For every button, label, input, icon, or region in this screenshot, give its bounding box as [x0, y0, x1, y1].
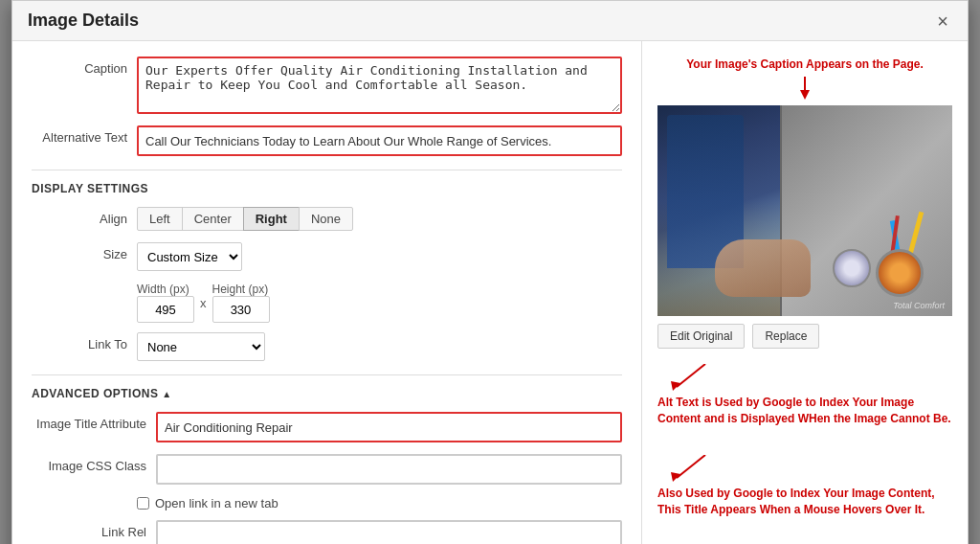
image-title-input[interactable]	[156, 412, 622, 442]
alt-arrow	[657, 364, 715, 393]
align-right-button[interactable]: Right	[243, 207, 300, 231]
svg-line-2	[677, 364, 705, 387]
alt-text-input[interactable]	[137, 125, 622, 156]
link-to-label: Link To	[32, 332, 137, 351]
new-tab-row: Open link in a new tab	[137, 496, 622, 510]
align-none-button[interactable]: None	[299, 207, 353, 231]
link-to-select[interactable]: None Media File Attachment Page Custom U…	[137, 332, 265, 361]
image-title-row: Image Title Attribute	[32, 412, 622, 442]
modal-header: Image Details ×	[12, 1, 968, 41]
advanced-title[interactable]: ADVANCED OPTIONS ▲	[32, 387, 622, 400]
alt-text-label: Alternative Text	[32, 125, 137, 145]
gauge-orange	[876, 249, 924, 297]
align-row: Align Left Center Right None	[32, 207, 622, 231]
advanced-caret: ▲	[162, 389, 171, 399]
link-rel-input[interactable]	[156, 520, 622, 544]
image-preview: Total Comfort	[657, 105, 952, 316]
watermark: Total Comfort	[893, 301, 945, 310]
align-center-button[interactable]: Center	[182, 207, 244, 231]
svg-marker-1	[800, 90, 810, 100]
close-button[interactable]: ×	[933, 11, 952, 31]
caption-row: Caption	[32, 57, 622, 114]
caption-label: Caption	[32, 57, 137, 76]
width-group: Width (px)	[137, 283, 194, 323]
align-button-group: Left Center Right None	[137, 207, 353, 231]
dimensions-row: Width (px) x Height (px)	[137, 283, 622, 323]
advanced-section: ADVANCED OPTIONS ▲ Image Title Attribute…	[32, 387, 622, 544]
display-settings-title: DISPLAY SETTINGS	[32, 182, 622, 195]
image-title-label: Image Title Attribute	[32, 412, 156, 431]
image-details-modal: Image Details × Caption Alternative Text…	[11, 0, 969, 544]
image-actions: Edit Original Replace	[657, 324, 952, 349]
new-tab-label[interactable]: Open link in a new tab	[155, 496, 278, 510]
caption-arrow	[786, 77, 824, 100]
alt-annotation: Alt Text is Used by Google to Index Your…	[657, 395, 952, 427]
svg-line-4	[677, 455, 705, 478]
link-rel-label: Link Rel	[32, 520, 156, 539]
height-label: Height (px)	[212, 283, 270, 296]
css-class-row: Image CSS Class	[32, 454, 622, 485]
size-select[interactable]: Custom Size Full Size Large Medium Thumb…	[137, 242, 242, 271]
size-row: Size Custom Size Full Size Large Medium …	[32, 242, 622, 271]
height-input[interactable]	[212, 296, 270, 323]
title-arrow	[657, 455, 715, 484]
top-annotation-area: Your Image's Caption Appears on the Page…	[657, 57, 952, 100]
css-class-input[interactable]	[156, 454, 622, 485]
height-group: Height (px)	[212, 283, 270, 323]
caption-annotation: Your Image's Caption Appears on the Page…	[657, 57, 952, 73]
align-label: Align	[32, 207, 137, 226]
title-annotation: Also Used by Google to Index Your Image …	[657, 486, 952, 518]
align-left-button[interactable]: Left	[137, 207, 183, 231]
dimension-separator: x	[200, 296, 207, 310]
title-annotation-area: Also Used by Google to Index Your Image …	[657, 455, 952, 518]
alt-annotation-area: Alt Text is Used by Google to Index Your…	[657, 364, 952, 427]
right-panel: Your Image's Caption Appears on the Page…	[642, 41, 968, 544]
left-panel: Caption Alternative Text DISPLAY SETTING…	[12, 41, 642, 544]
modal-title: Image Details	[28, 11, 139, 31]
edit-original-button[interactable]: Edit Original	[657, 324, 745, 349]
link-to-row: Link To None Media File Attachment Page …	[32, 332, 622, 361]
width-input[interactable]	[137, 296, 194, 323]
replace-button[interactable]: Replace	[752, 324, 819, 349]
size-label: Size	[32, 242, 137, 261]
hands-shape	[715, 239, 811, 297]
modal-body: Caption Alternative Text DISPLAY SETTING…	[12, 41, 968, 544]
new-tab-checkbox[interactable]	[137, 497, 149, 510]
css-class-label: Image CSS Class	[32, 454, 156, 473]
alt-text-row: Alternative Text	[32, 125, 622, 156]
width-label: Width (px)	[137, 283, 194, 296]
link-rel-row: Link Rel	[32, 520, 622, 544]
gauge-silver	[833, 249, 871, 287]
caption-input[interactable]	[137, 57, 622, 114]
